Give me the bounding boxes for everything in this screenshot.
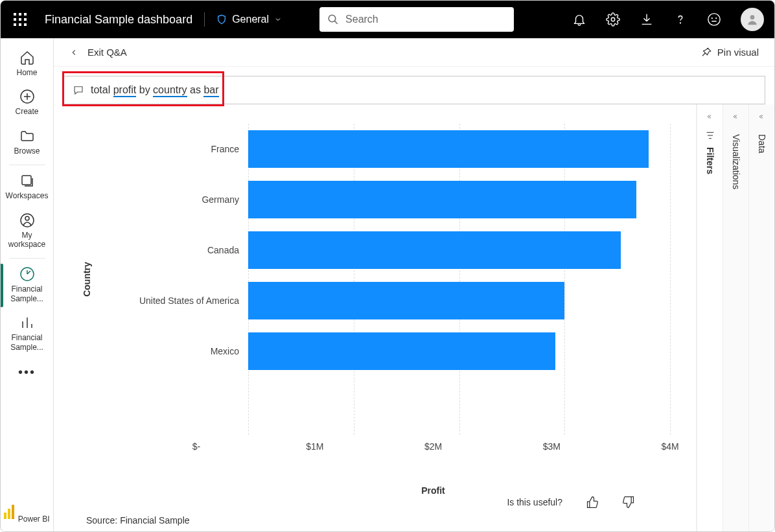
- bar-fill[interactable]: [248, 332, 555, 370]
- svg-point-10: [25, 216, 29, 220]
- nav-financial-report[interactable]: Financial Sample...: [1, 310, 53, 358]
- divider: [204, 12, 205, 27]
- download-icon[interactable]: [640, 12, 654, 27]
- gauge-icon: [19, 266, 35, 282]
- useful-feedback: Is this useful?: [507, 496, 635, 509]
- svg-rect-12: [4, 513, 6, 519]
- svg-point-2: [680, 23, 681, 23]
- category-label: Mexico: [119, 346, 248, 356]
- chevron-left-icon: [758, 112, 767, 121]
- plus-circle-icon: [19, 89, 35, 104]
- x-tick: $1M: [306, 441, 323, 452]
- sensitivity-dropdown[interactable]: General: [216, 14, 282, 25]
- thumbs-up-icon[interactable]: [586, 496, 599, 509]
- bar-fill[interactable]: [248, 130, 649, 168]
- bar-fill[interactable]: [248, 181, 636, 218]
- left-nav: Home Create Browse Workspaces My workspa…: [1, 38, 54, 531]
- x-axis-label: Profit: [196, 485, 670, 496]
- bar-row: Germany: [119, 174, 670, 225]
- svg-rect-8: [22, 176, 31, 185]
- chart-visual[interactable]: Country FranceGermanyCanadaUnited States…: [54, 104, 696, 531]
- category-label: Germany: [119, 194, 248, 205]
- powerbi-brand[interactable]: Power BI: [1, 503, 53, 531]
- svg-point-4: [711, 18, 712, 19]
- pin-visual-button[interactable]: Pin visual: [700, 47, 759, 58]
- sensitivity-label: General: [232, 14, 269, 25]
- right-panels: Filters Visualizations Data: [696, 104, 774, 531]
- svg-point-1: [611, 17, 615, 21]
- toolbar: Exit Q&A Pin visual: [54, 38, 774, 67]
- source-label: Source: Financial Sample: [86, 515, 190, 526]
- bar-chart-icon: [19, 315, 35, 330]
- y-axis-label: Country: [82, 262, 92, 297]
- svg-rect-13: [8, 509, 10, 519]
- x-tick: $4M: [661, 441, 678, 452]
- svg-point-6: [750, 15, 755, 19]
- nav-browse[interactable]: Browse: [1, 123, 53, 162]
- x-tick: $2M: [424, 441, 442, 452]
- search-icon: [327, 14, 339, 25]
- chevron-left-icon: [706, 112, 715, 121]
- bar-row: Mexico: [119, 326, 670, 376]
- account-avatar[interactable]: [741, 8, 764, 31]
- shield-icon: [216, 14, 227, 25]
- filter-icon: [705, 130, 715, 141]
- back-icon[interactable]: [69, 48, 78, 57]
- x-tick: $3M: [543, 441, 561, 452]
- nav-workspaces[interactable]: Workspaces: [1, 168, 53, 207]
- nav-home[interactable]: Home: [1, 45, 53, 84]
- folder-icon: [19, 128, 35, 144]
- svg-point-3: [708, 14, 720, 25]
- global-header: Financial Sample dashboard General Searc…: [1, 1, 774, 38]
- feedback-icon[interactable]: [707, 12, 721, 27]
- x-tick: $-: [192, 441, 200, 452]
- pin-icon: [700, 47, 712, 58]
- chevron-down-icon: [274, 16, 282, 23]
- nav-more[interactable]: •••: [1, 358, 53, 386]
- nav-create[interactable]: Create: [1, 84, 53, 122]
- chevron-left-icon: [732, 112, 741, 121]
- search-placeholder: Search: [345, 14, 378, 25]
- category-label: France: [119, 144, 248, 154]
- notifications-icon[interactable]: [572, 12, 586, 27]
- dashboard-title: Financial Sample dashboard: [45, 13, 192, 27]
- workspaces-icon: [19, 173, 35, 189]
- panel-data[interactable]: Data: [748, 104, 774, 531]
- bar-fill[interactable]: [248, 282, 564, 319]
- speech-bubble-icon: [73, 84, 84, 96]
- bar-fill[interactable]: [248, 231, 621, 269]
- search-input[interactable]: Search: [319, 7, 514, 32]
- svg-point-5: [716, 18, 717, 19]
- nav-financial-dashboard[interactable]: Financial Sample...: [1, 261, 53, 310]
- bar-row: United States of America: [119, 275, 670, 326]
- panel-filters[interactable]: Filters: [697, 104, 723, 531]
- settings-icon[interactable]: [606, 12, 620, 27]
- qna-text: total profit by country as bar: [91, 84, 219, 96]
- powerbi-icon: [4, 503, 16, 519]
- qna-input[interactable]: total profit by country as bar: [63, 76, 765, 104]
- x-axis: $-$1M$2M$3M$4M: [196, 441, 670, 467]
- svg-rect-14: [12, 505, 14, 519]
- svg-point-0: [329, 15, 336, 22]
- main-content: Exit Q&A Pin visual total profit by coun…: [54, 38, 774, 531]
- person-icon: [746, 13, 759, 26]
- panel-visualizations[interactable]: Visualizations: [723, 104, 748, 531]
- app-launcher-icon[interactable]: [14, 13, 27, 26]
- help-icon[interactable]: [673, 12, 688, 27]
- category-label: Canada: [119, 245, 248, 255]
- person-circle-icon: [19, 213, 35, 228]
- bar-row: Canada: [119, 225, 670, 275]
- category-label: United States of America: [119, 295, 248, 306]
- exit-qna-button[interactable]: Exit Q&A: [87, 47, 127, 58]
- thumbs-down-icon[interactable]: [622, 496, 635, 509]
- nav-my-workspace[interactable]: My workspace: [1, 207, 53, 256]
- home-icon: [19, 50, 35, 65]
- bar-row: France: [119, 124, 670, 174]
